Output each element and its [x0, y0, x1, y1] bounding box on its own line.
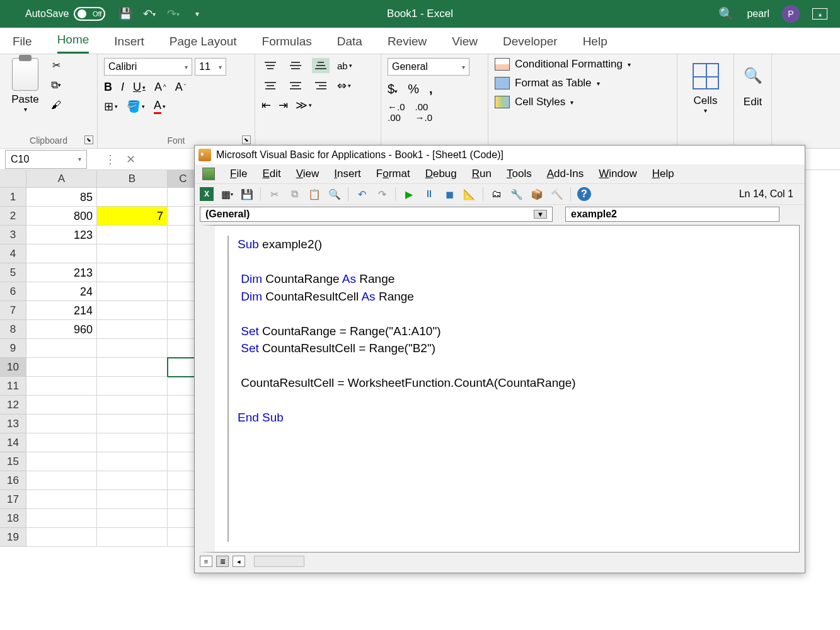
cell-a7[interactable]: 214 [26, 301, 97, 320]
vba-insert-module-icon[interactable]: ▦▾ [220, 187, 234, 201]
vba-window[interactable]: ♦ Microsoft Visual Basic for Application… [194, 145, 805, 573]
tab-file[interactable]: File [13, 35, 32, 54]
vba-design-icon[interactable]: 📐 [463, 187, 476, 201]
cell-a9[interactable] [26, 339, 97, 358]
vba-help-icon[interactable]: ? [577, 187, 591, 201]
row-header[interactable]: 12 [0, 396, 26, 415]
cell-b1[interactable] [97, 188, 168, 207]
save-icon[interactable]: 💾 [118, 6, 133, 21]
cells-icon[interactable] [693, 63, 719, 89]
vba-full-module-view-icon[interactable]: ≣ [216, 556, 229, 567]
cell-a12[interactable] [26, 396, 97, 415]
tab-insert[interactable]: Insert [114, 35, 144, 54]
row-header[interactable]: 17 [0, 490, 26, 509]
cell-a2[interactable]: 800 [26, 207, 97, 226]
cell-b6[interactable] [97, 282, 168, 301]
undo-icon[interactable]: ↶▾ [142, 6, 157, 21]
cell-b12[interactable] [97, 396, 168, 415]
fill-color-icon[interactable]: 🪣▾ [127, 100, 145, 113]
tab-home[interactable]: Home [57, 33, 89, 54]
vba-object-browser-icon[interactable]: 📦 [530, 187, 544, 201]
cell-b18[interactable] [97, 509, 168, 528]
align-left-icon[interactable] [262, 78, 279, 93]
row-header[interactable]: 6 [0, 282, 26, 301]
font-color-icon[interactable]: A▾ [154, 99, 166, 114]
search-icon[interactable]: 🔍 [718, 6, 734, 21]
cell-b4[interactable] [97, 244, 168, 263]
row-header[interactable]: 14 [0, 433, 26, 452]
vba-cut-icon[interactable]: ✂ [267, 187, 281, 201]
cell-a6[interactable]: 24 [26, 282, 97, 301]
vba-procedure-view-icon[interactable]: ≡ [200, 556, 212, 567]
row-header[interactable]: 16 [0, 471, 26, 490]
col-header-a[interactable]: A [26, 170, 97, 188]
row-header[interactable]: 9 [0, 339, 26, 358]
cell-b15[interactable] [97, 452, 168, 471]
select-all-corner[interactable] [0, 170, 26, 188]
cell-b16[interactable] [97, 471, 168, 490]
increase-decimal-icon[interactable]: ←.0.00 [388, 101, 405, 123]
align-top-icon[interactable] [262, 58, 279, 73]
cell-b2[interactable]: 7 [97, 207, 168, 226]
increase-indent-icon[interactable]: ⇥ [279, 98, 288, 112]
cell-a15[interactable] [26, 452, 97, 471]
vba-scroll-left-icon[interactable]: ◂ [233, 556, 245, 567]
user-avatar[interactable]: P [782, 5, 800, 23]
cell-a1[interactable]: 85 [26, 188, 97, 207]
cell-b10[interactable] [97, 358, 168, 377]
cell-a18[interactable] [26, 509, 97, 528]
copy-icon[interactable]: ⧉▾ [49, 78, 63, 92]
vba-find-icon[interactable]: 🔍 [328, 187, 342, 201]
cut-icon[interactable]: ✂ [49, 58, 63, 72]
row-header[interactable]: 3 [0, 226, 26, 244]
cell-a14[interactable] [26, 433, 97, 452]
font-size-select[interactable]: 11▾ [195, 58, 226, 76]
font-name-select[interactable]: Calibri▾ [104, 58, 192, 76]
align-middle-icon[interactable] [287, 58, 304, 73]
row-header[interactable]: 5 [0, 263, 26, 282]
border-icon[interactable]: ⊞▾ [104, 100, 118, 113]
tab-review[interactable]: Review [388, 35, 427, 54]
wrap-text-icon[interactable]: ≫▾ [296, 98, 312, 112]
vba-menu-debug[interactable]: Debug [425, 168, 457, 180]
cell-a13[interactable] [26, 415, 97, 433]
align-right-icon[interactable] [312, 78, 330, 93]
conditional-formatting-button[interactable]: Conditional Formatting▾ [495, 58, 670, 71]
cell-b14[interactable] [97, 433, 168, 452]
name-box[interactable]: C10▾ [5, 150, 87, 169]
vba-code-editor[interactable]: Sub example2() Dim CountaRange As Range … [200, 225, 800, 553]
redo-icon[interactable]: ↷▾ [166, 6, 181, 21]
increase-font-icon[interactable]: A^ [154, 81, 166, 94]
format-painter-icon[interactable]: 🖌 [49, 98, 63, 112]
cell-b19[interactable] [97, 528, 168, 547]
vba-copy-icon[interactable]: ⧉ [287, 187, 301, 201]
merge-icon[interactable]: ⇔▾ [337, 78, 351, 93]
cancel-icon[interactable]: ✕ [126, 152, 135, 166]
underline-button[interactable]: U▾ [133, 81, 146, 94]
row-header[interactable]: 7 [0, 301, 26, 320]
row-header[interactable]: 10 [0, 358, 26, 377]
font-expand-icon[interactable]: ⬊ [242, 135, 251, 144]
vba-horizontal-scrollbar[interactable] [254, 556, 304, 567]
decrease-font-icon[interactable]: Aˇ [175, 81, 186, 94]
vba-menu-file[interactable]: File [230, 168, 247, 180]
autosave-toggle[interactable]: AutoSave Off [25, 7, 105, 21]
paste-button[interactable]: Paste ▾ [6, 58, 44, 113]
cell-b17[interactable] [97, 490, 168, 509]
cell-a19[interactable] [26, 528, 97, 547]
percent-icon[interactable]: % [408, 82, 419, 96]
vba-reset-icon[interactable]: ◼ [442, 187, 456, 201]
row-header[interactable]: 4 [0, 244, 26, 263]
bold-button[interactable]: B [104, 81, 112, 94]
clipboard-expand-icon[interactable]: ⬊ [84, 135, 93, 144]
cell-a4[interactable] [26, 244, 97, 263]
cell-b11[interactable] [97, 377, 168, 396]
row-header[interactable]: 2 [0, 207, 26, 226]
cell-a16[interactable] [26, 471, 97, 490]
row-header[interactable]: 11 [0, 377, 26, 396]
vba-project-icon[interactable]: 🗂 [490, 187, 503, 201]
tab-developer[interactable]: Developer [503, 35, 558, 54]
vba-properties-icon[interactable]: 🔧 [510, 187, 524, 201]
tab-view[interactable]: View [452, 35, 478, 54]
currency-icon[interactable]: $▾ [388, 82, 398, 96]
